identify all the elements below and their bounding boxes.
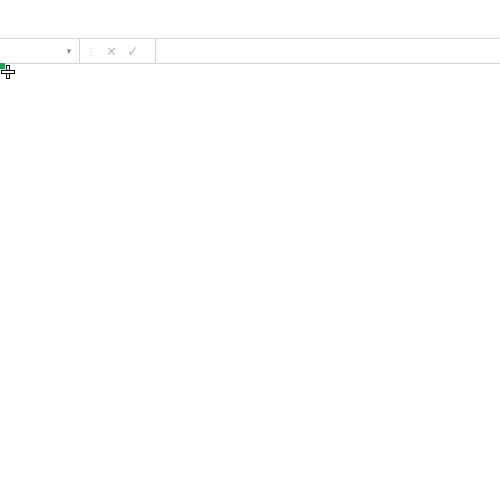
ribbon-tabs	[0, 0, 500, 26]
formula-bar: ▼ ⋮ ✕ ✓	[0, 38, 500, 64]
formula-tools: ⋮ ✕ ✓	[80, 39, 156, 63]
formula-input[interactable]	[156, 39, 500, 63]
name-box[interactable]: ▼	[0, 39, 80, 63]
cell-cursor-icon	[0, 64, 16, 80]
formula-tools-separator: ⋮	[86, 46, 96, 57]
cancel-icon[interactable]: ✕	[106, 44, 117, 59]
selection-box	[0, 64, 4, 68]
ribbon-spacer	[0, 26, 500, 38]
name-box-input[interactable]	[6, 44, 56, 58]
accept-icon[interactable]: ✓	[127, 43, 139, 59]
name-box-dropdown-icon[interactable]: ▼	[65, 47, 73, 56]
